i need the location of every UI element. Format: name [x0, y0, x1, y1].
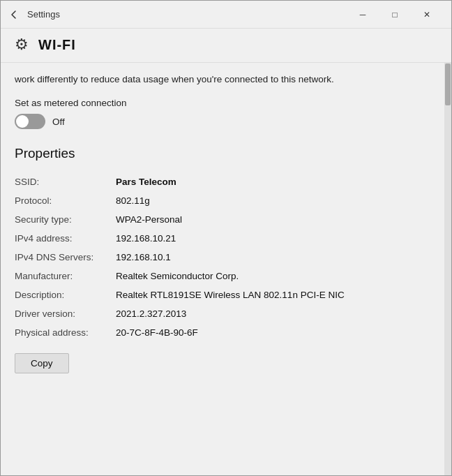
title-bar: Settings ─ □ ✕: [1, 1, 451, 29]
property-label-ipv4: IPv4 address:: [15, 233, 116, 244]
settings-window: Settings ─ □ ✕ ⚙ WI-FI work differently …: [0, 0, 452, 476]
property-value-manufacturer: Realtek Semiconductor Corp.: [116, 271, 430, 281]
property-label-description: Description:: [15, 290, 116, 300]
property-row-description: Description: Realtek RTL8191SE Wireless …: [15, 285, 430, 304]
property-label-ssid: SSID:: [15, 177, 116, 187]
metered-toggle[interactable]: [15, 114, 45, 129]
property-row-protocol: Protocol: 802.11g: [15, 191, 430, 210]
property-row-driver: Driver version: 2021.2.327.2013: [15, 304, 430, 323]
copy-button[interactable]: Copy: [15, 353, 69, 373]
back-button[interactable]: [9, 10, 19, 20]
main-content: work differently to reduce data usage wh…: [1, 63, 444, 475]
property-label-protocol: Protocol:: [15, 195, 116, 206]
property-label-driver: Driver version:: [15, 308, 116, 319]
property-label-physical: Physical address:: [15, 327, 116, 338]
title-bar-title: Settings: [27, 9, 347, 20]
window-controls: ─ □ ✕: [347, 3, 443, 26]
toggle-row: Off: [15, 114, 430, 129]
page-header: ⚙ WI-FI: [1, 29, 451, 63]
property-value-description: Realtek RTL8191SE Wireless LAN 802.11n P…: [116, 290, 430, 300]
page-title: WI-FI: [38, 37, 76, 53]
metered-connection-label: Set as metered connection: [15, 98, 430, 108]
description-text: work differently to reduce data usage wh…: [15, 73, 430, 87]
toggle-state-label: Off: [52, 117, 65, 127]
property-label-manufacturer: Manufacturer:: [15, 271, 116, 281]
properties-heading: Properties: [15, 146, 430, 161]
scrollbar-track[interactable]: [444, 63, 451, 475]
property-value-protocol: 802.11g: [116, 195, 430, 206]
property-row-manufacturer: Manufacturer: Realtek Semiconductor Corp…: [15, 267, 430, 285]
wifi-settings-icon: ⚙: [15, 36, 29, 54]
property-row-dns: IPv4 DNS Servers: 192.168.10.1: [15, 248, 430, 267]
property-value-physical: 20-7C-8F-4B-90-6F: [116, 327, 430, 338]
minimize-button[interactable]: ─: [347, 3, 379, 26]
property-value-security: WPA2-Personal: [116, 214, 430, 225]
property-row-physical: Physical address: 20-7C-8F-4B-90-6F: [15, 323, 430, 342]
property-row-ssid: SSID: Pars Telecom: [15, 172, 430, 191]
property-row-security: Security type: WPA2-Personal: [15, 210, 430, 229]
property-label-dns: IPv4 DNS Servers:: [15, 252, 116, 262]
toggle-knob: [16, 115, 29, 128]
property-row-ipv4: IPv4 address: 192.168.10.21: [15, 229, 430, 248]
close-button[interactable]: ✕: [411, 3, 443, 26]
content-area: work differently to reduce data usage wh…: [1, 63, 451, 475]
property-value-driver: 2021.2.327.2013: [116, 308, 430, 319]
properties-list: SSID: Pars Telecom Protocol: 802.11g Sec…: [15, 172, 430, 342]
property-value-ipv4: 192.168.10.21: [116, 233, 430, 244]
property-value-dns: 192.168.10.1: [116, 252, 430, 262]
scrollbar-thumb[interactable]: [445, 64, 451, 105]
property-label-security: Security type:: [15, 214, 116, 225]
maximize-button[interactable]: □: [379, 3, 411, 26]
property-value-ssid: Pars Telecom: [116, 177, 430, 187]
